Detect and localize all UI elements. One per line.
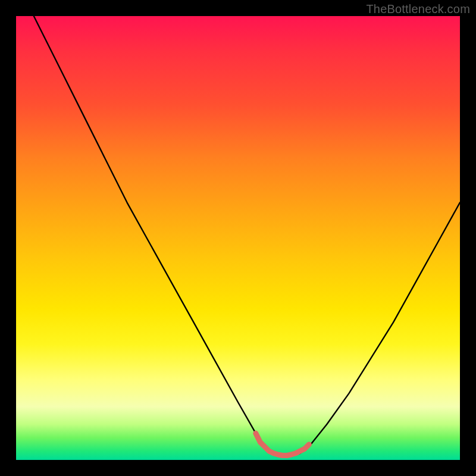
plot-area bbox=[16, 16, 460, 460]
chart-frame: TheBottleneck.com bbox=[0, 0, 476, 476]
valley-highlight-path bbox=[256, 433, 309, 455]
bottleneck-curve-path bbox=[34, 16, 460, 456]
chart-svg bbox=[16, 16, 460, 460]
watermark-text: TheBottleneck.com bbox=[366, 2, 470, 16]
